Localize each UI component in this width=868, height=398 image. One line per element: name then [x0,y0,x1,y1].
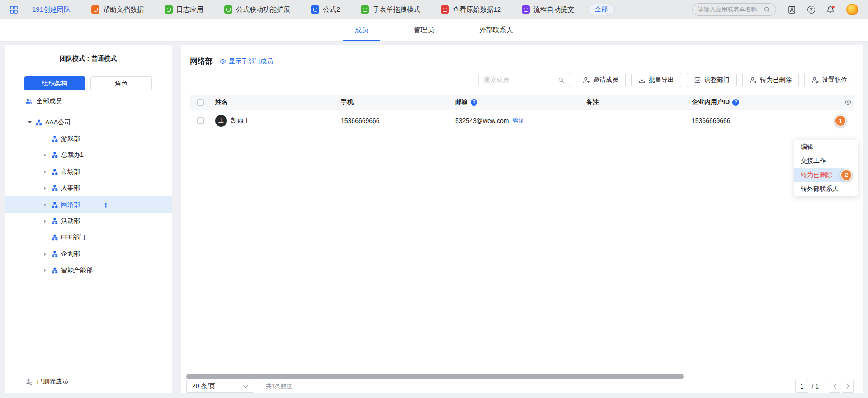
deleted-members-label: 已删除成员 [37,378,68,386]
member-email: 532543@wew.com [455,117,509,124]
deleted-members-link[interactable]: 已删除成员 [5,374,172,389]
column-header: 备注 [586,98,692,106]
member-email-cell: 532543@wew.com 验证 [455,117,586,125]
app-tab[interactable]: 子表单拖拽模式 [361,5,420,14]
context-menu-item-label: 交接工作 [801,157,826,165]
column-settings-icon[interactable] [839,99,854,106]
app-tab-list: 帮助文档数据 日志应用 公式联动功能扩展 公式2 子表单拖拽模式 查看原始数据1… [91,5,574,14]
member-search-placeholder: 搜索成员 [484,76,509,84]
app-icon [91,5,99,14]
app-icon [165,5,173,14]
expand-arrow-slot[interactable] [44,186,52,190]
chevron-right-icon [44,153,46,157]
toolbar-button[interactable]: 设置职位 [804,73,854,87]
more-actions-icon[interactable]: ⋮ [103,201,109,208]
show-subdepartment-link[interactable]: 显示子部门成员 [219,57,273,66]
row-checkbox[interactable] [197,117,204,124]
context-menu-item[interactable]: 交接工作 [794,154,858,168]
app-grid-icon[interactable] [10,6,18,14]
annotation-step-badge: 2 [840,169,852,181]
toolbar-button[interactable]: 转为已删除 [742,73,799,87]
table-row[interactable]: 王 凯西王 15366669666 532543@wew.com 验证 1536… [190,110,854,131]
app-tab[interactable]: 公式2 [311,5,340,14]
context-menu-item[interactable]: 转外部联系人 [794,182,858,196]
expand-arrow-slot[interactable] [28,121,36,123]
toolbar-button[interactable]: 邀请成员 [576,73,626,87]
app-tab[interactable]: 帮助文档数据 [91,5,144,14]
tree-item-department[interactable]: 智能产能部 [5,262,172,279]
column-help-icon[interactable]: ? [732,99,739,106]
prev-page-button[interactable] [829,380,840,393]
app-tab[interactable]: 查看原始数据12 [441,5,501,14]
chevron-right-icon [44,186,46,190]
chevron-right-icon [44,203,46,207]
tree-item-department[interactable]: 人事部 [5,180,172,196]
app-tab[interactable]: 日志应用 [165,5,203,14]
global-search-input[interactable]: 请输入应用或表单名称 [692,3,776,16]
tree-item-department[interactable]: AAA公司 [5,114,172,130]
context-menu-item[interactable]: 转为已删除 2 [794,168,858,182]
expand-arrow-slot[interactable] [44,153,52,157]
chevron-down-icon [28,121,32,123]
section-tab[interactable]: 成员 [355,19,368,41]
tree-item-department[interactable]: 总裁办1 [5,147,172,163]
department-icon [52,185,58,191]
toolbar-button[interactable]: 批量导出 [631,73,681,87]
member-name: 凯西王 [231,117,250,125]
page-total-label: / 1 [811,383,819,390]
expand-arrow-slot[interactable] [44,203,52,207]
expand-arrow-slot[interactable] [44,252,52,256]
org-structure-button[interactable]: 组织架构 [24,76,85,90]
tree-item-department[interactable]: 活动部 [5,213,172,229]
tree-item-all-members[interactable]: 全部成员 [5,93,172,109]
tree-item-department[interactable]: 企划部 [5,246,172,262]
horizontal-scrollbar[interactable] [186,374,684,379]
topbar-divider [25,6,25,13]
members-group-icon [25,98,33,105]
app-tab-label: 日志应用 [176,5,203,14]
page-number-input[interactable]: 1 [795,380,808,393]
context-menu-item[interactable]: 编辑 [794,140,858,154]
tree-item-label: 游戏部 [61,135,80,143]
tree-item-label: 全部成员 [37,97,62,105]
app-tab-label: 帮助文档数据 [103,5,144,14]
tree-item-department[interactable]: 游戏部 [5,131,172,147]
department-tree: AAA公司 游戏部 [5,114,172,279]
app-tab-label: 子表单拖拽模式 [373,5,420,14]
help-icon[interactable]: ? [807,6,815,14]
verify-email-link[interactable]: 验证 [513,117,525,125]
app-tab[interactable]: 流程自动提交 [522,5,574,14]
tree-item-department[interactable]: FFF部门 [5,229,172,246]
pagination: 1 / 1 [795,380,854,393]
page-size-select[interactable]: 20 条/页 [186,380,254,393]
annotation-step-badge: 1 [835,115,846,127]
row-context-menu: 编辑 交接工作 转为已删除 2 转外部联系人 [794,139,858,196]
expand-arrow-slot[interactable] [44,170,52,174]
table-body: 王 凯西王 15366669666 532543@wew.com 验证 1536… [190,110,854,131]
workspace-name[interactable]: 191创建团队 [32,5,71,14]
contacts-book-icon[interactable] [788,5,796,14]
expand-arrow-slot[interactable] [44,269,52,272]
app-tab-label: 流程自动提交 [533,5,574,14]
search-icon [558,77,565,84]
notification-bell-icon[interactable] [826,5,835,14]
tree-item-department[interactable]: 网络部 ⋮ [5,196,172,213]
context-menu-item-label: 编辑 [801,143,813,151]
toolbar-button-label: 调整部门 [704,76,730,84]
member-search-input[interactable]: 搜索成员 [478,73,570,87]
tree-item-label: 人事部 [61,184,80,192]
member-toolbar: 搜索成员 邀请成员 [181,66,863,87]
select-all-checkbox[interactable] [197,99,204,106]
tree-item-department[interactable]: 市场部 [5,164,172,180]
next-page-button[interactable] [842,380,854,393]
section-tab-label: 管理员 [414,26,434,34]
role-button[interactable]: 角色 [90,76,152,90]
all-apps-pill[interactable]: 全部 [588,4,615,15]
column-help-icon[interactable]: ? [471,99,477,106]
section-tab[interactable]: 管理员 [414,19,434,41]
app-tab[interactable]: 公式联动功能扩展 [224,5,290,14]
expand-arrow-slot[interactable] [44,219,52,223]
section-tab[interactable]: 外部联系人 [479,19,513,41]
toolbar-button[interactable]: 调整部门 [687,73,737,87]
department-icon [52,251,58,257]
